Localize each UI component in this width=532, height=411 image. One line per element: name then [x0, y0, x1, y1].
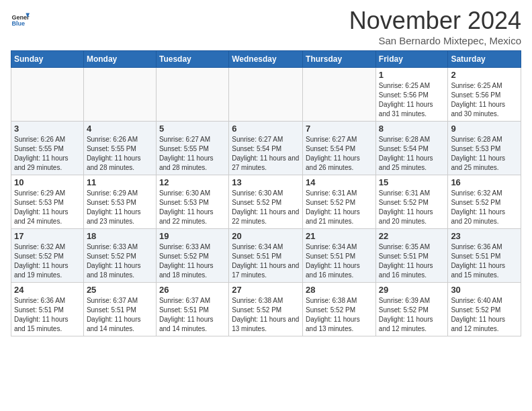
logo-area: General Blue	[11, 7, 31, 30]
day-info: Sunrise: 6:37 AM Sunset: 5:51 PM Dayligh…	[87, 296, 153, 334]
day-number: 26	[159, 285, 226, 295]
weekday-header-row: SundayMondayTuesdayWednesdayThursdayFrid…	[11, 51, 521, 68]
title-area: November 2024 San Bernardo Mixtepec, Mex…	[349, 7, 521, 46]
day-info: Sunrise: 6:37 AM Sunset: 5:51 PM Dayligh…	[159, 296, 226, 334]
calendar-cell: 2Sunrise: 6:25 AM Sunset: 5:56 PM Daylig…	[448, 68, 521, 122]
day-number: 11	[87, 177, 153, 187]
day-number: 18	[87, 231, 153, 241]
day-number: 8	[379, 124, 445, 134]
day-info: Sunrise: 6:29 AM Sunset: 5:53 PM Dayligh…	[14, 189, 81, 226]
day-number: 5	[159, 124, 226, 134]
weekday-header-thursday: Thursday	[303, 51, 376, 68]
calendar-cell: 5Sunrise: 6:27 AM Sunset: 5:55 PM Daylig…	[156, 122, 228, 175]
calendar-cell: 16Sunrise: 6:32 AM Sunset: 5:52 PM Dayli…	[448, 175, 521, 229]
day-info: Sunrise: 6:33 AM Sunset: 5:52 PM Dayligh…	[159, 242, 226, 280]
weekday-header-monday: Monday	[83, 51, 156, 68]
calendar-cell: 9Sunrise: 6:28 AM Sunset: 5:53 PM Daylig…	[448, 122, 521, 175]
day-number: 21	[306, 231, 373, 241]
day-number: 15	[379, 177, 445, 187]
weekday-header-sunday: Sunday	[11, 51, 84, 68]
calendar-cell: 8Sunrise: 6:28 AM Sunset: 5:54 PM Daylig…	[375, 122, 448, 175]
day-info: Sunrise: 6:27 AM Sunset: 5:54 PM Dayligh…	[306, 135, 373, 173]
day-number: 4	[87, 124, 153, 134]
day-info: Sunrise: 6:35 AM Sunset: 5:51 PM Dayligh…	[379, 242, 445, 280]
calendar-cell: 23Sunrise: 6:36 AM Sunset: 5:51 PM Dayli…	[448, 229, 521, 283]
weekday-header-friday: Friday	[375, 51, 448, 68]
calendar-cell: 14Sunrise: 6:31 AM Sunset: 5:52 PM Dayli…	[303, 175, 376, 229]
day-info: Sunrise: 6:39 AM Sunset: 5:52 PM Dayligh…	[379, 296, 445, 334]
day-info: Sunrise: 6:25 AM Sunset: 5:56 PM Dayligh…	[379, 81, 445, 119]
calendar-cell: 10Sunrise: 6:29 AM Sunset: 5:53 PM Dayli…	[11, 175, 84, 229]
calendar-cell: 1Sunrise: 6:25 AM Sunset: 5:56 PM Daylig…	[375, 68, 448, 122]
calendar-cell: 26Sunrise: 6:37 AM Sunset: 5:51 PM Dayli…	[156, 283, 228, 336]
calendar-cell: 29Sunrise: 6:39 AM Sunset: 5:52 PM Dayli…	[375, 283, 448, 336]
calendar-week-row: 24Sunrise: 6:36 AM Sunset: 5:51 PM Dayli…	[11, 283, 521, 336]
calendar-cell: 20Sunrise: 6:34 AM Sunset: 5:51 PM Dayli…	[229, 229, 303, 283]
logo-icon: General Blue	[11, 11, 30, 30]
calendar-cell	[11, 68, 84, 122]
calendar-cell: 11Sunrise: 6:29 AM Sunset: 5:53 PM Dayli…	[83, 175, 156, 229]
calendar-cell: 4Sunrise: 6:26 AM Sunset: 5:55 PM Daylig…	[83, 122, 156, 175]
day-number: 16	[451, 177, 518, 187]
calendar-cell: 6Sunrise: 6:27 AM Sunset: 5:54 PM Daylig…	[229, 122, 303, 175]
day-info: Sunrise: 6:25 AM Sunset: 5:56 PM Dayligh…	[451, 81, 518, 119]
day-number: 14	[306, 177, 373, 187]
calendar-header: SundayMondayTuesdayWednesdayThursdayFrid…	[11, 51, 521, 68]
calendar-week-row: 3Sunrise: 6:26 AM Sunset: 5:55 PM Daylig…	[11, 122, 521, 175]
day-info: Sunrise: 6:30 AM Sunset: 5:52 PM Dayligh…	[232, 189, 300, 226]
svg-text:Blue: Blue	[11, 20, 25, 27]
day-number: 24	[14, 285, 81, 295]
calendar-cell: 13Sunrise: 6:30 AM Sunset: 5:52 PM Dayli…	[229, 175, 303, 229]
day-number: 30	[451, 285, 518, 295]
calendar-cell: 28Sunrise: 6:38 AM Sunset: 5:52 PM Dayli…	[303, 283, 376, 336]
day-number: 27	[232, 285, 300, 295]
day-number: 25	[87, 285, 153, 295]
day-info: Sunrise: 6:36 AM Sunset: 5:51 PM Dayligh…	[451, 242, 518, 280]
day-number: 22	[379, 231, 445, 241]
day-info: Sunrise: 6:34 AM Sunset: 5:51 PM Dayligh…	[306, 242, 373, 280]
header: General Blue November 2024 San Bernardo …	[11, 7, 521, 46]
day-number: 3	[14, 124, 81, 134]
calendar-body: 1Sunrise: 6:25 AM Sunset: 5:56 PM Daylig…	[11, 68, 521, 336]
day-number: 12	[159, 177, 226, 187]
day-info: Sunrise: 6:26 AM Sunset: 5:55 PM Dayligh…	[14, 135, 81, 173]
day-info: Sunrise: 6:31 AM Sunset: 5:52 PM Dayligh…	[306, 189, 373, 226]
calendar-cell: 3Sunrise: 6:26 AM Sunset: 5:55 PM Daylig…	[11, 122, 84, 175]
day-number: 2	[451, 70, 518, 80]
day-info: Sunrise: 6:32 AM Sunset: 5:52 PM Dayligh…	[451, 189, 518, 226]
location-subtitle: San Bernardo Mixtepec, Mexico	[349, 35, 521, 46]
day-number: 6	[232, 124, 300, 134]
day-info: Sunrise: 6:31 AM Sunset: 5:52 PM Dayligh…	[379, 189, 445, 226]
day-number: 20	[232, 231, 300, 241]
calendar-cell: 7Sunrise: 6:27 AM Sunset: 5:54 PM Daylig…	[303, 122, 376, 175]
day-number: 10	[14, 177, 81, 187]
calendar-week-row: 10Sunrise: 6:29 AM Sunset: 5:53 PM Dayli…	[11, 175, 521, 229]
day-info: Sunrise: 6:34 AM Sunset: 5:51 PM Dayligh…	[232, 242, 300, 280]
weekday-header-tuesday: Tuesday	[156, 51, 228, 68]
day-number: 7	[306, 124, 373, 134]
day-number: 1	[379, 70, 445, 80]
day-number: 9	[451, 124, 518, 134]
day-number: 13	[232, 177, 300, 187]
calendar-cell	[83, 68, 156, 122]
day-info: Sunrise: 6:38 AM Sunset: 5:52 PM Dayligh…	[232, 296, 300, 334]
calendar-cell: 21Sunrise: 6:34 AM Sunset: 5:51 PM Dayli…	[303, 229, 376, 283]
calendar-cell: 25Sunrise: 6:37 AM Sunset: 5:51 PM Dayli…	[83, 283, 156, 336]
day-info: Sunrise: 6:27 AM Sunset: 5:55 PM Dayligh…	[159, 135, 226, 173]
day-number: 19	[159, 231, 226, 241]
weekday-header-saturday: Saturday	[448, 51, 521, 68]
month-title: November 2024	[349, 7, 521, 35]
day-number: 28	[306, 285, 373, 295]
page: General Blue November 2024 San Bernardo …	[0, 0, 532, 347]
calendar-cell: 15Sunrise: 6:31 AM Sunset: 5:52 PM Dayli…	[375, 175, 448, 229]
day-info: Sunrise: 6:40 AM Sunset: 5:52 PM Dayligh…	[451, 296, 518, 334]
day-info: Sunrise: 6:28 AM Sunset: 5:53 PM Dayligh…	[451, 135, 518, 173]
calendar-cell: 18Sunrise: 6:33 AM Sunset: 5:52 PM Dayli…	[83, 229, 156, 283]
day-info: Sunrise: 6:29 AM Sunset: 5:53 PM Dayligh…	[87, 189, 153, 226]
calendar-cell: 30Sunrise: 6:40 AM Sunset: 5:52 PM Dayli…	[448, 283, 521, 336]
calendar-cell: 22Sunrise: 6:35 AM Sunset: 5:51 PM Dayli…	[375, 229, 448, 283]
calendar-cell: 17Sunrise: 6:32 AM Sunset: 5:52 PM Dayli…	[11, 229, 84, 283]
calendar-cell: 12Sunrise: 6:30 AM Sunset: 5:53 PM Dayli…	[156, 175, 228, 229]
weekday-header-wednesday: Wednesday	[229, 51, 303, 68]
calendar-cell	[229, 68, 303, 122]
